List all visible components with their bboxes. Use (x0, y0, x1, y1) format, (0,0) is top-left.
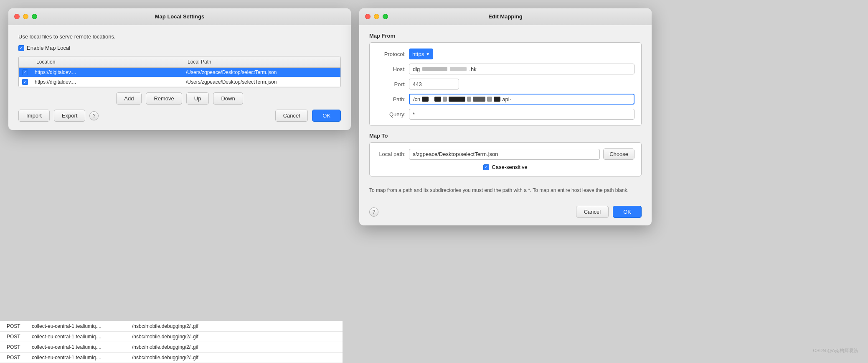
port-label: Port: (376, 81, 406, 87)
local-path-input[interactable] (409, 149, 600, 160)
remove-button[interactable]: Remove (146, 92, 182, 105)
protocol-label: Protocol: (376, 51, 406, 57)
ok-button[interactable]: OK (312, 110, 341, 122)
protocol-row: Protocol: https ▼ (376, 49, 635, 59)
row-location-2: https://digitaldev.... (35, 79, 186, 85)
path-suffix: api- (502, 96, 511, 102)
enable-checkbox[interactable]: ✓ (18, 45, 24, 51)
map-from-section: Map From Protocol: https ▼ Host: (369, 33, 642, 126)
host-3: collect-eu-central-1.tealiumiq.... (32, 344, 132, 350)
add-button[interactable]: Add (116, 92, 142, 105)
method-3: POST (7, 344, 32, 350)
left-panel-title: Map Local Settings (155, 13, 204, 20)
network-row-2: POST collect-eu-central-1.tealiumiq.... … (0, 332, 343, 342)
network-row-3: POST collect-eu-central-1.tealiumiq.... … (0, 342, 343, 353)
right-minimize-button[interactable] (374, 14, 379, 19)
table-header: Location Local Path (19, 56, 340, 68)
port-row: Port: (376, 79, 635, 89)
mappings-table: Location Local Path ✓ https://digitaldev… (18, 56, 341, 87)
path-3: /hsbc/mobile.debugging/2/i.gif (132, 344, 336, 350)
right-ok-button[interactable]: OK (613, 206, 642, 218)
col-check (22, 58, 35, 66)
path-redacted-2 (434, 97, 441, 102)
table-row[interactable]: ✓ https://digitaldev.... /Users/zgpeace/… (19, 68, 340, 77)
row-location-1: https://digitaldev.... (35, 69, 186, 75)
query-input[interactable] (409, 109, 635, 120)
path-redacted-7 (487, 97, 492, 102)
path-input[interactable]: /cn api- (409, 94, 635, 105)
bg-network-section: POST collect-eu-central-1.tealiumiq.... … (0, 321, 343, 363)
row-localpath-1: /Users/zgpeace/Desktop/selectTerm.json (186, 69, 337, 75)
map-from-label: Map From (369, 33, 642, 39)
path-redacted-6 (473, 97, 485, 102)
description-text: Use local files to serve remote location… (18, 33, 341, 40)
right-traffic-lights (365, 14, 388, 19)
host-label: Host: (376, 66, 406, 72)
traffic-lights (14, 14, 37, 19)
host-1: collect-eu-central-1.tealiumiq.... (32, 323, 132, 329)
method-1: POST (7, 323, 32, 329)
path-2: /hsbc/mobile.debugging/2/i.gif (132, 334, 336, 340)
up-button[interactable]: Up (186, 92, 209, 105)
host-redacted-2 (450, 67, 467, 71)
host-prefix: dig (413, 66, 420, 72)
row-localpath-2: /Users/zgpeace/Desktop/selectTerm.json (186, 79, 337, 85)
action-buttons-row: Add Remove Up Down (18, 92, 341, 105)
enable-map-local-row[interactable]: ✓ Enable Map Local (18, 45, 341, 51)
method-2: POST (7, 334, 32, 340)
right-panel-title: Edit Mapping (488, 13, 523, 20)
right-close-button[interactable] (365, 14, 371, 19)
export-button[interactable]: Export (54, 110, 86, 122)
choose-button[interactable]: Choose (603, 148, 635, 160)
map-local-settings-panel: Map Local Settings Use local files to se… (8, 8, 351, 130)
case-sensitive-checkbox[interactable]: ✓ (483, 164, 489, 170)
path-prefix: /cn (413, 96, 420, 102)
edit-mapping-panel: Edit Mapping Map From Protocol: https ▼ (359, 8, 652, 225)
hint-text: To map from a path and its subdirectorie… (369, 183, 642, 197)
close-button[interactable] (14, 14, 20, 19)
path-1: /hsbc/mobile.debugging/2/i.gif (132, 323, 336, 329)
path-redacted-5 (467, 97, 471, 102)
down-button[interactable]: Down (213, 92, 243, 105)
minimize-button[interactable] (23, 14, 28, 19)
row-checkbox-1[interactable]: ✓ (22, 69, 28, 75)
maximize-button[interactable] (32, 14, 37, 19)
host-input[interactable]: dig .hk (409, 64, 635, 74)
bottom-buttons-row: Import Export ? Cancel OK (18, 110, 341, 122)
host-suffix: .hk (469, 66, 476, 72)
page-wrapper: Map Local Settings Use local files to se… (0, 0, 868, 363)
protocol-select[interactable]: https ▼ (409, 49, 433, 59)
left-panel-content: Use local files to serve remote location… (8, 25, 351, 130)
protocol-value: https (412, 51, 424, 57)
row-checkbox-2[interactable]: ✓ (22, 79, 28, 85)
host-4: collect-eu-central-1.tealiumiq.... (32, 355, 132, 360)
enable-label: Enable Map Local (27, 45, 70, 51)
host-row: Host: dig .hk (376, 64, 635, 74)
import-button[interactable]: Import (18, 110, 50, 122)
table-row[interactable]: ✓ https://digitaldev.... /Users/zgpeace/… (19, 77, 340, 87)
help-button[interactable]: ? (89, 111, 99, 120)
map-from-form: Protocol: https ▼ Host: dig .h (369, 42, 642, 126)
path-redacted-4 (449, 97, 465, 102)
right-maximize-button[interactable] (383, 14, 388, 19)
path-label: Path: (376, 96, 406, 102)
right-help-button[interactable]: ? (369, 207, 378, 217)
map-to-section: Map To Local path: Choose ✓ Case-sensiti… (369, 133, 642, 176)
host-redacted-1 (422, 67, 447, 71)
path-redacted-1 (422, 97, 429, 102)
port-input[interactable] (409, 79, 459, 89)
col-localpath: Local Path (186, 58, 337, 66)
local-path-row: Local path: Choose (376, 148, 635, 160)
right-cancel-button[interactable]: Cancel (576, 206, 609, 218)
left-titlebar: Map Local Settings (8, 8, 351, 25)
right-titlebar: Edit Mapping (359, 8, 652, 25)
right-panel-content: Map From Protocol: https ▼ Host: (359, 25, 652, 225)
path-redacted-3 (443, 97, 447, 102)
network-row-4: POST collect-eu-central-1.tealiumiq.... … (0, 353, 343, 363)
cancel-button[interactable]: Cancel (275, 110, 308, 122)
watermark: CSDN @A架构师易筋 (813, 348, 858, 354)
map-to-label: Map To (369, 133, 642, 139)
col-location: Location (35, 58, 186, 66)
network-row-1: POST collect-eu-central-1.tealiumiq.... … (0, 321, 343, 332)
case-sensitive-label: Case-sensitive (492, 164, 527, 170)
